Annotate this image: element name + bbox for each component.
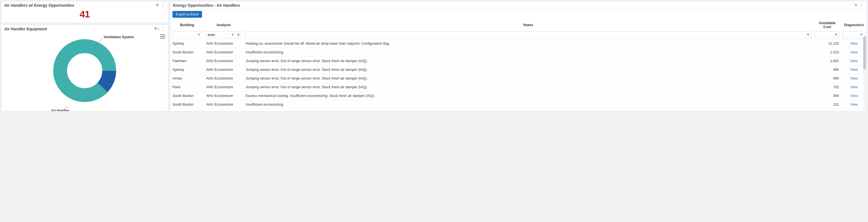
filter-count-badge: 1	[158, 27, 159, 31]
cell-building: Paris	[170, 83, 204, 91]
table-row: South BostonAHU EconomizerInsufficient e…	[170, 100, 867, 109]
cell-analysis: AHU Economizer	[204, 39, 243, 48]
col-analysis[interactable]: Analysis	[204, 20, 243, 31]
cell-analysis: AHU Economizer	[204, 74, 243, 83]
cell-diag: View	[841, 100, 867, 109]
filter-icon[interactable]	[196, 32, 202, 37]
opportunities-card: Energy Opportunities - Air Handlers ⋮ Ex…	[170, 1, 867, 111]
filter-diag-input[interactable]	[845, 33, 859, 37]
table-scroll[interactable]: Building Analysis Notes Avoidable Cost D…	[170, 20, 867, 111]
cell-analysis: AHU Economizer	[204, 91, 243, 100]
more-icon[interactable]: ⋮	[160, 3, 166, 8]
cell-cost: 1,313	[813, 48, 841, 57]
chart-menu-icon[interactable]	[160, 35, 165, 38]
filter-notes[interactable]	[245, 32, 811, 38]
toolbar: Export to Excel	[170, 9, 867, 20]
export-button[interactable]: Export to Excel	[173, 11, 202, 18]
cell-analysis: AHU Economizer	[204, 109, 243, 111]
cell-analysis: AHU Economizer	[204, 66, 243, 74]
filter-notes-input[interactable]	[247, 33, 805, 37]
donut-chart	[52, 38, 117, 103]
cell-building: South Boston	[170, 91, 204, 100]
filter-icon[interactable]	[230, 32, 235, 37]
table-row: FarehamAHU EconomizerJumping sensor erro…	[170, 57, 867, 66]
cell-notes: Insufficient economizing.	[243, 100, 813, 109]
filter-building[interactable]	[172, 32, 202, 38]
filter-icon[interactable]	[806, 32, 811, 37]
cell-building: Sydney	[170, 66, 204, 74]
cell-diag: View	[841, 39, 867, 48]
cell-diag: View	[841, 83, 867, 91]
scrollbar-thumb[interactable]	[863, 36, 866, 69]
table-row: SydneyAHU EconomizerJumping sensor error…	[170, 66, 867, 74]
filter-building-input[interactable]	[174, 33, 196, 37]
filter-analysis[interactable]	[206, 32, 242, 38]
kpi-title: Air Handlers w/ Energy Opportunities	[4, 3, 154, 8]
cell-building: Boston	[170, 109, 204, 111]
view-link[interactable]: View	[850, 50, 858, 54]
filter-diag[interactable]	[843, 32, 865, 38]
view-link[interactable]: View	[850, 85, 858, 89]
clear-filter-icon[interactable]	[236, 32, 241, 37]
cell-analysis: AHU Economizer	[204, 48, 243, 57]
cell-cost: 51	[813, 109, 841, 111]
more-icon[interactable]: ⋮	[859, 3, 864, 8]
more-icon[interactable]: ⋮	[160, 26, 166, 32]
cell-building: Inman	[170, 74, 204, 83]
cell-analysis: AHU Economizer	[204, 83, 243, 91]
view-link[interactable]: View	[850, 76, 858, 80]
col-diag[interactable]: Diagnostics	[841, 20, 867, 31]
vertical-scrollbar[interactable]	[863, 36, 866, 110]
cell-diag: View	[841, 74, 867, 83]
cell-notes: Heating on, economizer should be off. Mi…	[243, 39, 813, 48]
cell-diag: View	[841, 48, 867, 57]
opportunities-title: Energy Opportunities - Air Handlers	[173, 3, 853, 8]
view-link[interactable]: View	[850, 94, 858, 98]
view-link[interactable]: View	[850, 103, 858, 107]
table-filter-row	[170, 31, 867, 39]
col-notes[interactable]: Notes	[243, 20, 813, 31]
opportunities-table: Building Analysis Notes Avoidable Cost D…	[170, 20, 867, 111]
filter-cost[interactable]	[815, 32, 840, 38]
donut-chart-area: Ventilation System Air Handler	[1, 33, 168, 111]
cell-notes: Jumping sensor error. Out of range senso…	[243, 66, 813, 74]
filter-cost-input[interactable]	[817, 33, 833, 37]
cell-notes: Flat sensor error. Insufficient economiz…	[243, 109, 813, 111]
cell-cost: 702	[813, 83, 841, 91]
cell-analysis: AHU Economizer	[204, 57, 243, 66]
opportunities-header: Energy Opportunities - Air Handlers ⋮	[170, 1, 867, 9]
cell-notes: Jumping sensor error. Out of range senso…	[243, 83, 813, 91]
filter-icon[interactable]	[154, 3, 160, 8]
cell-diag: View	[841, 57, 867, 66]
cell-notes: Jumping sensor error. Out of range senso…	[243, 74, 813, 83]
cell-building: Fareham	[170, 57, 204, 66]
view-link[interactable]: View	[850, 59, 858, 63]
kpi-value: 41	[1, 9, 168, 20]
filter-analysis-input[interactable]	[208, 33, 229, 37]
cell-notes: Excess mechanical cooling. Insufficient …	[243, 91, 813, 100]
filter-icon[interactable]	[834, 32, 839, 37]
donut-slice-air-handler[interactable]	[60, 46, 109, 95]
filter-icon[interactable]	[153, 26, 158, 32]
cell-diag: View	[841, 66, 867, 74]
col-cost[interactable]: Avoidable Cost	[813, 20, 841, 31]
view-link[interactable]: View	[850, 42, 858, 45]
cell-cost: 1,001	[813, 57, 841, 66]
table-row: South BostonAHU EconomizerInsufficient e…	[170, 48, 867, 57]
cell-building: South Boston	[170, 48, 204, 57]
equipment-title: Air Handler Equipment	[4, 27, 153, 31]
cell-cost: 12,132	[813, 39, 841, 48]
table-header-row: Building Analysis Notes Avoidable Cost D…	[170, 20, 867, 31]
cell-notes: Insufficient economizing.	[243, 48, 813, 57]
equipment-header: Air Handler Equipment 1 ⋮	[1, 25, 168, 33]
kpi-header: Air Handlers w/ Energy Opportunities ⋮	[1, 1, 168, 9]
view-link[interactable]: View	[850, 68, 858, 72]
cell-notes: Jumping sensor error. Out of range senso…	[243, 57, 813, 66]
cell-cost: 131	[813, 100, 841, 109]
equipment-card: Air Handler Equipment 1 ⋮ Ventilation Sy…	[1, 25, 168, 111]
filter-icon[interactable]	[853, 3, 859, 8]
cell-building: South Boston	[170, 100, 204, 109]
col-building[interactable]: Building	[170, 20, 204, 31]
cell-cost: 995	[813, 66, 841, 74]
table-row: South BostonAHU EconomizerExcess mechani…	[170, 91, 867, 100]
